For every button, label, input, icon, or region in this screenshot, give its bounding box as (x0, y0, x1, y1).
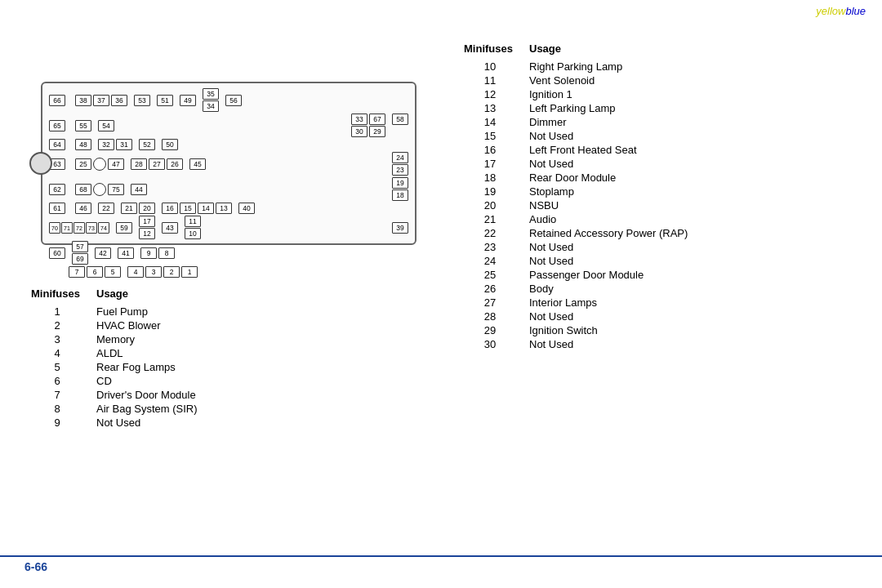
fuse-74: 74 (98, 222, 109, 234)
fuse-50: 50 (162, 139, 178, 150)
fuse-13: 13 (216, 203, 232, 214)
left-fuse-usage: Rear Fog Lamps (90, 360, 400, 374)
fuse-72: 72 (74, 222, 85, 234)
fuse-36: 36 (111, 95, 127, 106)
right-fuse-usage: Passenger Door Module (523, 268, 858, 282)
fuse-65: 65 (49, 120, 65, 131)
right-table-row: 13Left Parking Lamp (457, 101, 858, 115)
fuse-64: 64 (49, 139, 65, 150)
fuse-73: 73 (86, 222, 97, 234)
fuse-57: 57 (72, 241, 88, 252)
right-fuse-usage: Not Used (523, 310, 858, 323)
fuse-37: 37 (93, 95, 109, 106)
left-fuse-num: 8 (24, 402, 90, 416)
right-table-row: 12Ignition 1 (457, 87, 858, 101)
fuse-28: 28 (131, 158, 147, 170)
fuse-38: 38 (75, 95, 91, 106)
left-col1-header: Minifuses (24, 286, 90, 305)
left-fuse-usage: Fuel Pump (90, 305, 400, 318)
fuse-7: 7 (69, 266, 85, 278)
left-fuse-num: 4 (24, 346, 90, 360)
right-fuse-usage: Not Used (523, 337, 858, 351)
left-fuse-num: 5 (24, 360, 90, 374)
fuse-27: 27 (149, 158, 165, 170)
brand-blue: blue (845, 5, 866, 17)
left-fuse-num: 7 (24, 388, 90, 402)
fuse-63: 63 (49, 158, 65, 170)
fuse-34: 34 (203, 100, 219, 112)
right-fuse-usage: Vent Solenoid (523, 74, 858, 87)
fuse-11: 11 (185, 216, 201, 227)
left-fuse-num: 1 (24, 305, 90, 318)
right-table-row: 14Dimmer (457, 115, 858, 129)
right-col1-header: Minifuses (457, 41, 523, 60)
fuse-40: 40 (238, 203, 255, 214)
brand-yellow: yellow (816, 5, 845, 17)
right-table-row: 19Stoplamp (457, 185, 858, 198)
fuse-20: 20 (139, 203, 155, 214)
fuse-35: 35 (203, 88, 219, 100)
fuse-59: 59 (116, 222, 132, 234)
left-fuse-num: 9 (24, 416, 90, 430)
fuse-48: 48 (75, 139, 91, 150)
fuse-49: 49 (180, 95, 196, 106)
left-table-row: 8Air Bag System (SIR) (24, 402, 400, 416)
left-minifuses-table: Minifuses Usage 1Fuel Pump2HVAC Blower3M… (24, 286, 400, 430)
fuse-66: 66 (49, 95, 65, 106)
left-table-row: 7Driver's Door Module (24, 388, 400, 402)
right-fuse-num: 10 (457, 60, 523, 74)
right-table-row: 25Passenger Door Module (457, 268, 858, 282)
right-table-row: 23Not Used (457, 240, 858, 254)
right-fuse-num: 30 (457, 337, 523, 351)
right-fuse-usage: Left Parking Lamp (523, 101, 858, 115)
right-fuse-num: 12 (457, 87, 523, 101)
fuse-45: 45 (189, 158, 206, 170)
right-col2-header: Usage (523, 41, 858, 60)
right-fuse-num: 21 (457, 212, 523, 226)
right-fuse-num: 18 (457, 171, 523, 185)
right-fuse-num: 26 (457, 282, 523, 296)
right-fuse-usage: Interior Lamps (523, 296, 858, 310)
right-fuse-num: 17 (457, 157, 523, 171)
fuse-58: 58 (392, 114, 408, 125)
right-fuse-usage: Left Front Heated Seat (523, 143, 858, 157)
fuse-8: 8 (158, 247, 175, 259)
left-fuse-usage: Not Used (90, 416, 400, 430)
fuse-33: 33 (351, 114, 368, 125)
right-fuse-num: 19 (457, 185, 523, 198)
fuse-71: 71 (61, 222, 73, 234)
fuse-5: 5 (105, 266, 121, 278)
fuse-69: 69 (72, 253, 88, 265)
fuse-22: 22 (98, 203, 114, 214)
fuse-4: 4 (127, 266, 144, 278)
right-table-row: 29Ignition Switch (457, 323, 858, 337)
right-fuse-num: 28 (457, 310, 523, 323)
left-fuse-usage: HVAC Blower (90, 318, 400, 332)
fuse-46: 46 (75, 203, 91, 214)
fuse-54: 54 (98, 120, 114, 131)
left-table-row: 9Not Used (24, 416, 400, 430)
right-fuse-usage: Not Used (523, 157, 858, 171)
fuse-23: 23 (392, 164, 408, 176)
fuse-51: 51 (157, 95, 173, 106)
right-fuse-num: 13 (457, 101, 523, 115)
left-fuse-usage: CD (90, 374, 400, 388)
right-table-row: 20NSBU (457, 198, 858, 212)
right-fuse-num: 27 (457, 296, 523, 310)
right-fuse-usage: Ignition Switch (523, 323, 858, 337)
fuse-70: 70 (49, 222, 60, 234)
right-fuse-num: 14 (457, 115, 523, 129)
left-table-row: 6CD (24, 374, 400, 388)
fuse-56: 56 (225, 95, 242, 106)
left-col2-header: Usage (90, 286, 400, 305)
fuse-1: 1 (181, 266, 198, 278)
fuse-21: 21 (121, 203, 137, 214)
fuse-10: 10 (185, 228, 201, 239)
right-table-row: 28Not Used (457, 310, 858, 323)
footer: 6-66 (0, 555, 882, 573)
right-table-row: 16Left Front Heated Seat (457, 143, 858, 157)
right-fuse-usage: Body (523, 282, 858, 296)
fuse-52: 52 (139, 139, 155, 150)
fuse-32: 32 (98, 139, 114, 150)
right-table-row: 15Not Used (457, 129, 858, 143)
